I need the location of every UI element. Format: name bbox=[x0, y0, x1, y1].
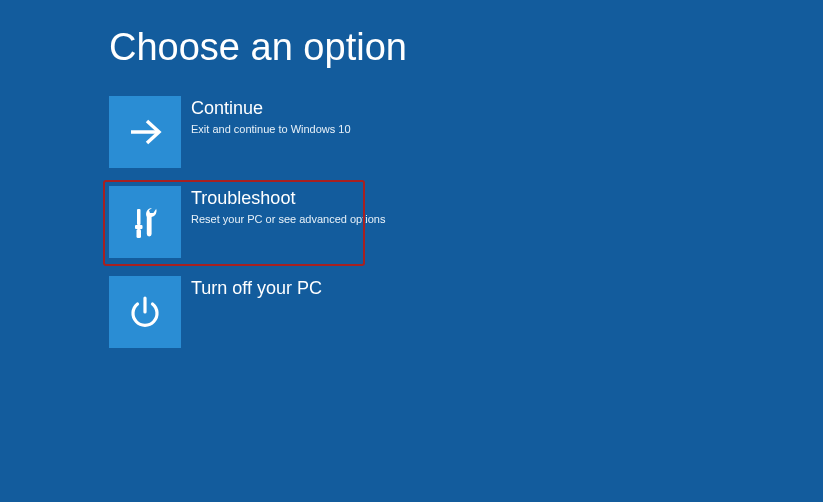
option-continue[interactable]: Continue Exit and continue to Windows 10 bbox=[109, 96, 385, 168]
option-turnoff-text: Turn off your PC bbox=[191, 276, 322, 303]
option-continue-text: Continue Exit and continue to Windows 10 bbox=[191, 96, 351, 135]
option-continue-desc: Exit and continue to Windows 10 bbox=[191, 123, 351, 135]
arrow-right-icon bbox=[109, 96, 181, 168]
svg-rect-2 bbox=[135, 225, 143, 229]
options-list: Continue Exit and continue to Windows 10… bbox=[109, 96, 385, 366]
option-continue-title: Continue bbox=[191, 98, 351, 120]
svg-rect-1 bbox=[137, 209, 141, 225]
power-icon bbox=[109, 276, 181, 348]
page-title: Choose an option bbox=[109, 26, 407, 69]
option-troubleshoot-text: Troubleshoot Reset your PC or see advanc… bbox=[191, 186, 385, 225]
option-troubleshoot[interactable]: Troubleshoot Reset your PC or see advanc… bbox=[109, 186, 385, 258]
option-turnoff-title: Turn off your PC bbox=[191, 278, 322, 300]
option-troubleshoot-title: Troubleshoot bbox=[191, 188, 385, 210]
svg-rect-3 bbox=[137, 229, 142, 238]
tools-icon bbox=[109, 186, 181, 258]
option-turnoff[interactable]: Turn off your PC bbox=[109, 276, 385, 348]
option-troubleshoot-desc: Reset your PC or see advanced options bbox=[191, 213, 385, 225]
